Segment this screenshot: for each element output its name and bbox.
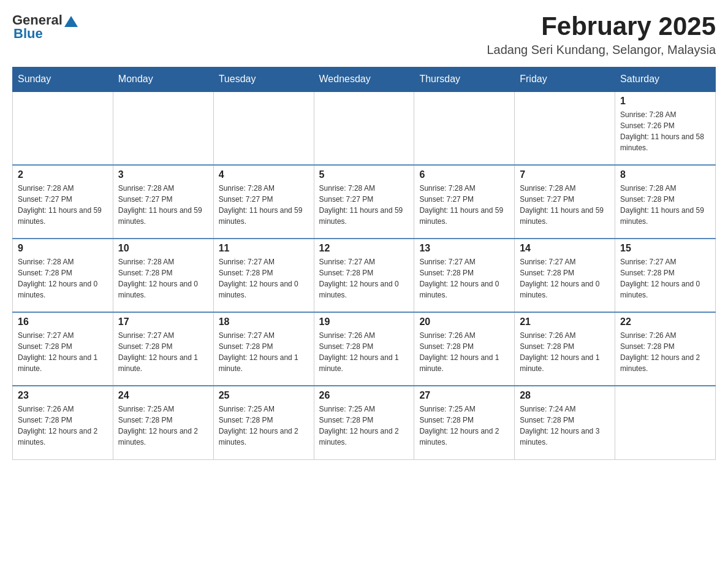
day-info: Sunrise: 7:28 AM Sunset: 7:28 PM Dayligh… (118, 256, 208, 301)
day-info: Sunrise: 7:27 AM Sunset: 7:28 PM Dayligh… (419, 256, 509, 301)
calendar-day-cell: 15Sunrise: 7:27 AM Sunset: 7:28 PM Dayli… (615, 239, 716, 312)
day-number: 9 (18, 243, 108, 254)
calendar-day-cell: 5Sunrise: 7:28 AM Sunset: 7:27 PM Daylig… (314, 165, 414, 239)
day-number: 13 (419, 243, 509, 254)
day-info: Sunrise: 7:25 AM Sunset: 7:28 PM Dayligh… (118, 404, 208, 448)
calendar-day-cell (314, 91, 414, 165)
day-info: Sunrise: 7:25 AM Sunset: 7:28 PM Dayligh… (419, 404, 509, 448)
day-info: Sunrise: 7:26 AM Sunset: 7:28 PM Dayligh… (319, 330, 409, 374)
calendar-week-row: 2Sunrise: 7:28 AM Sunset: 7:27 PM Daylig… (13, 165, 716, 239)
calendar-day-cell: 6Sunrise: 7:28 AM Sunset: 7:27 PM Daylig… (414, 165, 515, 239)
day-number: 6 (419, 169, 509, 180)
day-number: 14 (520, 243, 610, 254)
day-info: Sunrise: 7:28 AM Sunset: 7:27 PM Dayligh… (419, 183, 509, 227)
title-section: February 2025 Ladang Seri Kundang, Selan… (487, 12, 716, 57)
day-info: Sunrise: 7:28 AM Sunset: 7:26 PM Dayligh… (620, 109, 710, 153)
day-info: Sunrise: 7:27 AM Sunset: 7:28 PM Dayligh… (520, 256, 610, 301)
calendar-week-row: 1Sunrise: 7:28 AM Sunset: 7:26 PM Daylig… (13, 91, 716, 165)
day-number: 15 (620, 243, 710, 254)
day-number: 5 (319, 169, 409, 180)
day-number: 23 (18, 390, 108, 401)
calendar-table: SundayMondayTuesdayWednesdayThursdayFrid… (12, 67, 716, 460)
day-number: 20 (419, 316, 509, 327)
day-info: Sunrise: 7:27 AM Sunset: 7:28 PM Dayligh… (219, 330, 309, 374)
day-number: 1 (620, 96, 710, 107)
day-info: Sunrise: 7:25 AM Sunset: 7:28 PM Dayligh… (219, 404, 309, 448)
calendar-day-cell: 13Sunrise: 7:27 AM Sunset: 7:28 PM Dayli… (414, 239, 515, 312)
day-number: 19 (319, 316, 409, 327)
calendar-day-cell: 8Sunrise: 7:28 AM Sunset: 7:28 PM Daylig… (615, 165, 716, 239)
page-header: General Blue February 2025 Ladang Seri K… (12, 12, 716, 57)
day-number: 3 (118, 169, 208, 180)
day-number: 12 (319, 243, 409, 254)
day-info: Sunrise: 7:26 AM Sunset: 7:28 PM Dayligh… (419, 330, 509, 374)
calendar-day-cell: 20Sunrise: 7:26 AM Sunset: 7:28 PM Dayli… (414, 312, 515, 386)
day-info: Sunrise: 7:27 AM Sunset: 7:28 PM Dayligh… (319, 256, 409, 301)
calendar-day-cell (113, 91, 213, 165)
day-number: 28 (520, 390, 610, 401)
day-number: 16 (18, 316, 108, 327)
calendar-day-cell: 19Sunrise: 7:26 AM Sunset: 7:28 PM Dayli… (314, 312, 414, 386)
day-number: 8 (620, 169, 710, 180)
day-number: 27 (419, 390, 509, 401)
calendar-day-cell: 1Sunrise: 7:28 AM Sunset: 7:26 PM Daylig… (615, 91, 716, 165)
day-info: Sunrise: 7:27 AM Sunset: 7:28 PM Dayligh… (118, 330, 208, 374)
day-info: Sunrise: 7:28 AM Sunset: 7:27 PM Dayligh… (319, 183, 409, 227)
calendar-day-cell: 18Sunrise: 7:27 AM Sunset: 7:28 PM Dayli… (213, 312, 314, 386)
calendar-day-cell (515, 91, 615, 165)
logo: General Blue (12, 12, 78, 42)
calendar-day-cell: 14Sunrise: 7:27 AM Sunset: 7:28 PM Dayli… (515, 239, 615, 312)
calendar-day-cell: 16Sunrise: 7:27 AM Sunset: 7:28 PM Dayli… (13, 312, 113, 386)
calendar-header-row: SundayMondayTuesdayWednesdayThursdayFrid… (13, 67, 716, 92)
day-info: Sunrise: 7:25 AM Sunset: 7:28 PM Dayligh… (319, 404, 409, 448)
day-of-week-header: Wednesday (314, 67, 414, 92)
calendar-day-cell: 3Sunrise: 7:28 AM Sunset: 7:27 PM Daylig… (113, 165, 213, 239)
calendar-day-cell (213, 91, 314, 165)
logo-blue-text: Blue (13, 26, 43, 42)
day-info: Sunrise: 7:28 AM Sunset: 7:28 PM Dayligh… (620, 183, 710, 227)
day-info: Sunrise: 7:26 AM Sunset: 7:28 PM Dayligh… (520, 330, 610, 374)
calendar-day-cell: 9Sunrise: 7:28 AM Sunset: 7:28 PM Daylig… (13, 239, 113, 312)
calendar-day-cell: 24Sunrise: 7:25 AM Sunset: 7:28 PM Dayli… (113, 386, 213, 459)
day-info: Sunrise: 7:26 AM Sunset: 7:28 PM Dayligh… (620, 330, 710, 374)
calendar-day-cell (615, 386, 716, 459)
day-number: 11 (219, 243, 309, 254)
calendar-day-cell: 4Sunrise: 7:28 AM Sunset: 7:27 PM Daylig… (213, 165, 314, 239)
day-number: 7 (520, 169, 610, 180)
day-number: 4 (219, 169, 309, 180)
day-number: 21 (520, 316, 610, 327)
calendar-day-cell: 22Sunrise: 7:26 AM Sunset: 7:28 PM Dayli… (615, 312, 716, 386)
day-info: Sunrise: 7:27 AM Sunset: 7:28 PM Dayligh… (18, 330, 108, 374)
location-title: Ladang Seri Kundang, Selangor, Malaysia (487, 43, 716, 57)
logo-triangle-icon (64, 16, 78, 27)
calendar-week-row: 16Sunrise: 7:27 AM Sunset: 7:28 PM Dayli… (13, 312, 716, 386)
calendar-day-cell: 27Sunrise: 7:25 AM Sunset: 7:28 PM Dayli… (414, 386, 515, 459)
day-info: Sunrise: 7:28 AM Sunset: 7:27 PM Dayligh… (118, 183, 208, 227)
day-number: 22 (620, 316, 710, 327)
day-of-week-header: Tuesday (213, 67, 314, 92)
day-number: 2 (18, 169, 108, 180)
calendar-day-cell: 10Sunrise: 7:28 AM Sunset: 7:28 PM Dayli… (113, 239, 213, 312)
calendar-day-cell: 7Sunrise: 7:28 AM Sunset: 7:27 PM Daylig… (515, 165, 615, 239)
day-info: Sunrise: 7:26 AM Sunset: 7:28 PM Dayligh… (18, 404, 108, 448)
calendar-day-cell: 12Sunrise: 7:27 AM Sunset: 7:28 PM Dayli… (314, 239, 414, 312)
month-title: February 2025 (487, 12, 716, 40)
day-info: Sunrise: 7:27 AM Sunset: 7:28 PM Dayligh… (219, 256, 309, 301)
calendar-day-cell: 2Sunrise: 7:28 AM Sunset: 7:27 PM Daylig… (13, 165, 113, 239)
day-number: 24 (118, 390, 208, 401)
day-number: 10 (118, 243, 208, 254)
calendar-day-cell (414, 91, 515, 165)
calendar-day-cell: 26Sunrise: 7:25 AM Sunset: 7:28 PM Dayli… (314, 386, 414, 459)
day-of-week-header: Sunday (13, 67, 113, 92)
calendar-day-cell (13, 91, 113, 165)
day-of-week-header: Saturday (615, 67, 716, 92)
day-number: 26 (319, 390, 409, 401)
calendar-week-row: 9Sunrise: 7:28 AM Sunset: 7:28 PM Daylig… (13, 239, 716, 312)
day-number: 17 (118, 316, 208, 327)
day-number: 25 (219, 390, 309, 401)
day-info: Sunrise: 7:24 AM Sunset: 7:28 PM Dayligh… (520, 404, 610, 448)
calendar-day-cell: 23Sunrise: 7:26 AM Sunset: 7:28 PM Dayli… (13, 386, 113, 459)
day-of-week-header: Thursday (414, 67, 515, 92)
day-info: Sunrise: 7:28 AM Sunset: 7:27 PM Dayligh… (18, 183, 108, 227)
day-info: Sunrise: 7:28 AM Sunset: 7:27 PM Dayligh… (520, 183, 610, 227)
